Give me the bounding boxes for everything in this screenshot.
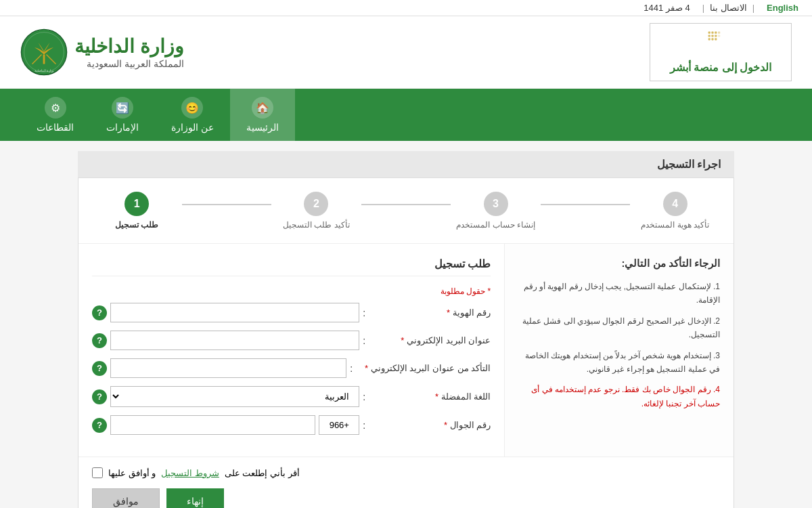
required-note: * حقول مطلوبة — [92, 287, 491, 296]
form-bottom: أقر بأني إطلعت على شروط التسجيل و أوافق … — [78, 457, 734, 508]
terms-row: أقر بأني إطلعت على شروط التسجيل و أوافق … — [92, 467, 720, 478]
form-row-confirm-email: التأكد من عنوان البريد الإلكتروني * : ? — [92, 358, 491, 378]
separator1: | — [752, 3, 754, 13]
form-row-id: رقم الهوية * : ? — [92, 303, 491, 322]
confirm-email-info-icon[interactable]: ? — [92, 361, 107, 376]
nav-label-ministry: عن الوزارة — [171, 122, 214, 133]
connector-3-4 — [541, 204, 631, 205]
nav-bar: 🏠 الرئيسية 😊 عن الوزارة 🔄 الإمارات ⚙ الق… — [0, 89, 812, 141]
step-3: 3 إنشاء حساب المستخدم — [451, 192, 541, 230]
ministry-logo: وزارة الداخلية المملكة العربية السعودية … — [20, 28, 184, 76]
mobile-input[interactable] — [110, 415, 315, 435]
input-wrapper-id: ? — [92, 303, 359, 322]
country-name: المملكة العربية السعودية — [74, 58, 184, 69]
connector-1-2 — [182, 204, 272, 205]
step-1: 1 طلب تسجيل — [92, 192, 182, 230]
form-title: طلب تسجيل — [92, 257, 491, 276]
connector-2-3 — [361, 204, 451, 205]
language-info-icon[interactable]: ? — [92, 389, 107, 404]
ministry-emblem: وزارة الداخلية — [20, 28, 68, 76]
form-row-language: اللغة المفضلة * : العربية English ? — [92, 386, 491, 407]
label-id: رقم الهوية * — [369, 308, 491, 318]
emirates-icon: 🔄 — [112, 97, 133, 119]
step-2-label: تأكيد طلب التسجيل — [283, 220, 350, 230]
step-4-number: 4 — [663, 192, 687, 216]
sectors-icon: ⚙ — [45, 97, 66, 119]
email-info-icon[interactable]: ? — [92, 333, 107, 348]
step-3-number: 3 — [484, 192, 508, 216]
svg-rect-1 — [708, 32, 710, 34]
label-mobile: رقم الجوال * — [369, 420, 491, 430]
label-language: اللغة المفضلة * — [369, 391, 491, 402]
finish-button[interactable]: إنهاء — [166, 488, 224, 508]
svg-rect-3 — [715, 32, 717, 34]
home-icon: 🏠 — [252, 97, 273, 119]
svg-rect-6 — [715, 35, 717, 37]
main-content: اجراء التسجيل 4 تأكيد هوية المستخدم 3 إن… — [68, 141, 744, 508]
terms-text-after: و أوافق عليها — [108, 468, 156, 478]
svg-rect-4 — [708, 35, 710, 37]
svg-rect-2 — [711, 32, 713, 34]
step-1-label: طلب تسجيل — [115, 220, 158, 230]
nav-item-sectors[interactable]: ⚙ القطاعات — [20, 89, 90, 141]
svg-rect-0 — [707, 30, 734, 58]
step-4-label: تأكيد هوية المستخدم — [641, 220, 709, 230]
separator2: | — [702, 3, 704, 13]
nav-label-emirates: الإمارات — [106, 122, 139, 133]
id-info-icon[interactable]: ? — [92, 305, 107, 320]
input-wrapper-language: العربية English ? — [92, 386, 359, 407]
terms-link[interactable]: شروط التسجيل — [161, 468, 219, 478]
svg-rect-10 — [718, 32, 720, 34]
steps-bar: 4 تأكيد هوية المستخدم 3 إنشاء حساب المست… — [78, 178, 734, 244]
input-wrapper-email: ? — [92, 331, 359, 350]
mobile-info-icon[interactable]: ? — [92, 418, 107, 433]
svg-rect-7 — [708, 38, 710, 40]
instruction-2: 2. الإدخال غير الصحيح لرقم الجوال سيؤدي … — [518, 314, 720, 342]
ministry-icon: 😊 — [181, 97, 203, 119]
step-2: 2 تأكيد طلب التسجيل — [271, 192, 361, 230]
terms-checkbox[interactable] — [92, 467, 103, 478]
phone-prefix: +966 — [319, 415, 359, 435]
page-title: اجراء التسجيل — [78, 151, 734, 177]
ministry-name: وزارة الداخلية — [74, 35, 184, 58]
form-row-mobile: رقم الجوال * : +966 ? — [92, 415, 491, 435]
buttons-row: إنهاء موافق — [92, 488, 720, 508]
content-area: الرجاء التأكد من التالي: 1. لإستكمال عمل… — [78, 244, 734, 457]
registration-container: 4 تأكيد هوية المستخدم 3 إنشاء حساب المست… — [78, 177, 734, 508]
nav-item-emirates[interactable]: 🔄 الإمارات — [90, 89, 155, 141]
label-email: عنوان البريد الإلكتروني * — [369, 335, 491, 345]
email-input[interactable] — [110, 331, 359, 350]
agree-button[interactable]: موافق — [92, 488, 160, 508]
input-wrapper-confirm-email: ? — [92, 358, 346, 378]
language-select[interactable]: العربية English — [110, 386, 359, 407]
svg-rect-14 — [43, 55, 45, 64]
instruction-4: 4. رقم الجوال خاص بك فقط. نرجو عدم إستخد… — [518, 383, 720, 410]
english-link[interactable]: English — [767, 3, 798, 13]
form-row-email: عنوان البريد الإلكتروني * : ? — [92, 331, 491, 350]
confirm-email-input[interactable] — [110, 358, 346, 378]
nav-item-home[interactable]: 🏠 الرئيسية — [230, 89, 295, 141]
phone-row: +966 — [110, 415, 359, 435]
svg-rect-8 — [711, 38, 713, 40]
step-4: 4 تأكيد هوية المستخدم — [630, 192, 720, 230]
instructions-title: الرجاء التأكد من التالي: — [518, 257, 720, 270]
instructions-panel: الرجاء التأكد من التالي: 1. لإستكمال عمل… — [504, 244, 734, 457]
label-confirm-email: التأكد من عنوان البريد الإلكتروني * — [356, 363, 491, 373]
id-number-input[interactable] — [110, 303, 359, 322]
abshir-link-label[interactable]: الدخول إلى منصة أبشر — [670, 62, 771, 73]
header: الدخول إلى منصة أبشر وزارة الداخلية المم… — [0, 16, 812, 89]
svg-rect-9 — [715, 38, 717, 40]
terms-text-before: أقر بأني إطلعت على — [225, 468, 300, 478]
required-star-note: * — [485, 287, 491, 296]
nav-label-sectors: القطاعات — [37, 122, 74, 133]
nav-item-ministry[interactable]: 😊 عن الوزارة — [155, 89, 230, 141]
svg-rect-5 — [711, 35, 713, 37]
nav-label-home: الرئيسية — [246, 122, 279, 133]
abshir-link[interactable]: الدخول إلى منصة أبشر — [650, 23, 792, 81]
step-3-label: إنشاء حساب المستخدم — [456, 220, 535, 230]
contact-label: الاتصال بنا — [710, 3, 747, 13]
instruction-3: 3. إستخدام هوية شخص آخر بدلاً من إستخدام… — [518, 349, 720, 377]
form-panel: طلب تسجيل * حقول مطلوبة رقم الهوية * : ? — [78, 244, 504, 457]
step-2-number: 2 — [304, 192, 328, 216]
top-bar: English | الاتصال بنا | 4 صفر 1441 — [0, 0, 812, 16]
